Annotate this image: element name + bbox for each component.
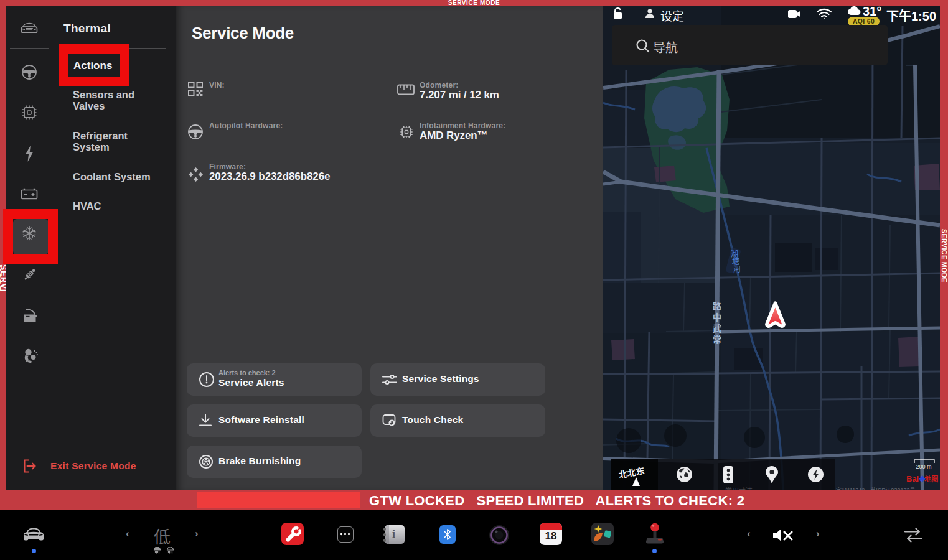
svg-text:路: 路 (713, 301, 722, 311)
svg-text:武: 武 (713, 324, 721, 334)
svg-text:北北东: 北北东 (618, 465, 645, 480)
svg-text:中: 中 (713, 312, 721, 322)
svg-text:常: 常 (713, 335, 721, 345)
svg-text:河: 河 (733, 265, 741, 274)
